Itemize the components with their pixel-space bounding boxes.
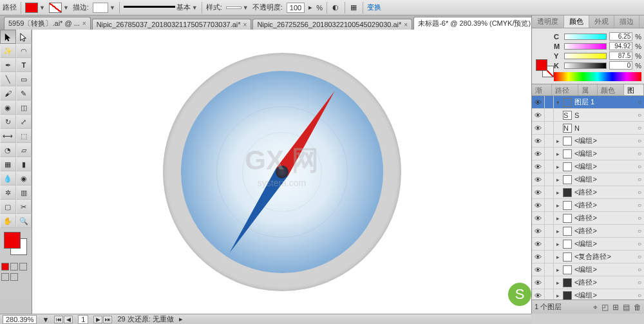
layer-name[interactable]: <编组> xyxy=(573,239,635,249)
eyedropper-tool[interactable]: 💧 xyxy=(0,171,16,186)
layer-name[interactable]: <编组> xyxy=(573,149,635,158)
layer-row[interactable]: 👁▸<编组>○ xyxy=(532,160,644,173)
visibility-toggle[interactable]: 👁 xyxy=(532,148,545,160)
visibility-toggle[interactable]: 👁 xyxy=(532,186,545,198)
visibility-toggle[interactable]: 👁 xyxy=(532,109,545,121)
prev-icon[interactable]: ◀ xyxy=(64,316,73,323)
target-icon[interactable]: ○ xyxy=(635,292,644,299)
layer-name[interactable]: 图层 1 xyxy=(573,97,635,107)
expand-icon[interactable]: ▸ xyxy=(554,138,562,144)
mode-gradient[interactable] xyxy=(10,263,18,271)
expand-icon[interactable]: ▸ xyxy=(554,267,562,273)
blend-tool[interactable]: ◉ xyxy=(16,171,32,186)
magic-wand-tool[interactable]: ✨ xyxy=(0,44,16,58)
lock-toggle[interactable] xyxy=(545,122,554,134)
rectangle-tool[interactable]: ▭ xyxy=(16,72,32,86)
selection-tool[interactable] xyxy=(0,30,16,44)
tab-stroke[interactable]: 描边 xyxy=(614,15,639,28)
lock-toggle[interactable] xyxy=(545,148,554,160)
new-sublayer-icon[interactable]: ⊞ xyxy=(612,303,619,312)
symbol-sprayer-tool[interactable]: ✲ xyxy=(0,186,16,200)
slider-m[interactable] xyxy=(564,43,607,50)
close-icon[interactable]: × xyxy=(243,21,247,28)
fill-color[interactable] xyxy=(4,232,21,249)
transform-link[interactable]: 变换 xyxy=(367,3,381,12)
lock-toggle[interactable] xyxy=(545,186,554,198)
slider-k[interactable] xyxy=(564,62,607,69)
value-y[interactable]: 87.5 xyxy=(609,52,632,60)
screen-full[interactable] xyxy=(10,273,18,281)
tab-color[interactable]: 颜色 xyxy=(564,15,589,28)
eraser-tool[interactable]: ◫ xyxy=(16,100,32,115)
target-icon[interactable]: ○ xyxy=(635,176,644,183)
doc-tab-1[interactable]: Nipic_26785037_20180321175057703037.ai*× xyxy=(92,19,252,30)
recolor-icon[interactable]: ◐ xyxy=(331,3,341,12)
expand-icon[interactable]: ▸ xyxy=(554,280,562,286)
tab-appearance[interactable]: 外观 xyxy=(589,15,614,28)
tab-swatches[interactable]: 颜色库 xyxy=(598,84,624,95)
line-tool[interactable]: ╲ xyxy=(0,72,16,86)
fill-swatch-dd[interactable]: ▼ xyxy=(25,3,45,13)
layer-row[interactable]: 👁▸<路径>○ xyxy=(532,212,644,225)
graph-tool[interactable]: ▥ xyxy=(16,186,32,200)
layer-name[interactable]: <编组> xyxy=(573,175,635,184)
visibility-toggle[interactable]: 👁 xyxy=(532,289,545,300)
layer-row[interactable]: 👁▸<路径>○ xyxy=(532,225,644,238)
next-icon[interactable]: ▶ xyxy=(93,316,102,323)
visibility-toggle[interactable]: 👁 xyxy=(532,135,545,147)
lasso-tool[interactable]: ◠ xyxy=(16,44,32,58)
layer-row[interactable]: 👁▸<编组>○ xyxy=(532,238,644,251)
expand-icon[interactable]: ▸ xyxy=(554,164,562,170)
layer-row[interactable]: 👁SS○ xyxy=(532,109,644,122)
visibility-toggle[interactable]: 👁 xyxy=(532,276,545,289)
target-icon[interactable]: ○ xyxy=(635,124,644,131)
slider-y[interactable] xyxy=(564,53,607,59)
type-tool[interactable]: T xyxy=(16,58,32,72)
scale-tool[interactable]: ⤢ xyxy=(16,115,32,129)
pen-tool[interactable]: ✒ xyxy=(0,58,16,72)
expand-icon[interactable]: ▸ xyxy=(554,189,562,196)
spectrum-bar[interactable] xyxy=(554,72,641,81)
lock-toggle[interactable] xyxy=(545,96,554,108)
slider-c[interactable] xyxy=(564,33,607,40)
target-icon[interactable]: ○ xyxy=(635,111,644,119)
lock-toggle[interactable] xyxy=(545,135,554,147)
layer-list[interactable]: 👁▾图层 1○👁SS○👁NN○👁▸<编组>○👁▸<编组>○👁▸<编组>○👁▸<编… xyxy=(532,96,644,300)
visibility-toggle[interactable]: 👁 xyxy=(532,173,545,186)
zoom-tool[interactable]: 🔍 xyxy=(16,214,32,228)
layer-row[interactable]: 👁▸<复合路径>○ xyxy=(532,251,644,263)
new-layer-icon[interactable]: ▤ xyxy=(623,303,630,312)
artboard-field[interactable]: 1 xyxy=(78,315,88,324)
target-icon[interactable]: ○ xyxy=(635,227,644,234)
tab-transparency[interactable]: 透明度 xyxy=(532,15,564,28)
last-icon[interactable]: ⏭ xyxy=(103,316,112,323)
trash-icon[interactable]: 🗑 xyxy=(634,303,641,312)
target-icon[interactable]: ○ xyxy=(635,137,644,144)
mode-color[interactable] xyxy=(1,263,9,271)
doc-tab-3[interactable]: 未标题-6* @ 280.39% (CMYK/预览)× xyxy=(413,17,542,30)
expand-icon[interactable]: ▸ xyxy=(554,228,562,234)
free-transform-tool[interactable]: ⬚ xyxy=(16,129,32,143)
layer-row[interactable]: 👁▸<路径>○ xyxy=(532,186,644,199)
visibility-toggle[interactable]: 👁 xyxy=(532,199,545,211)
artboard[interactable]: GX 网 systera.com xyxy=(32,30,531,314)
layer-name[interactable]: <编组> xyxy=(573,136,635,146)
layer-row[interactable]: 👁▸<编组>○ xyxy=(532,148,644,160)
tab-layers[interactable]: 图层 xyxy=(624,84,644,95)
gradient-tool[interactable]: ▮ xyxy=(16,157,32,171)
hand-tool[interactable]: ✋ xyxy=(0,214,16,228)
layer-row[interactable]: 👁▸<编组>○ xyxy=(532,173,644,186)
lock-toggle[interactable] xyxy=(545,212,554,224)
layer-name[interactable]: S xyxy=(573,111,635,119)
expand-icon[interactable]: ▸ xyxy=(554,241,562,247)
target-icon[interactable]: ○ xyxy=(635,189,644,196)
value-k[interactable]: 0 xyxy=(609,61,632,70)
artboard-tool[interactable]: ▢ xyxy=(0,200,16,214)
lock-toggle[interactable] xyxy=(545,289,554,300)
value-c[interactable]: 6.25 xyxy=(609,32,632,41)
layer-row[interactable]: 👁▸<编组>○ xyxy=(532,135,644,148)
expand-icon[interactable]: ▸ xyxy=(554,202,562,209)
lock-toggle[interactable] xyxy=(545,263,554,276)
lock-toggle[interactable] xyxy=(545,276,554,289)
perspective-tool[interactable]: ▱ xyxy=(16,143,32,157)
